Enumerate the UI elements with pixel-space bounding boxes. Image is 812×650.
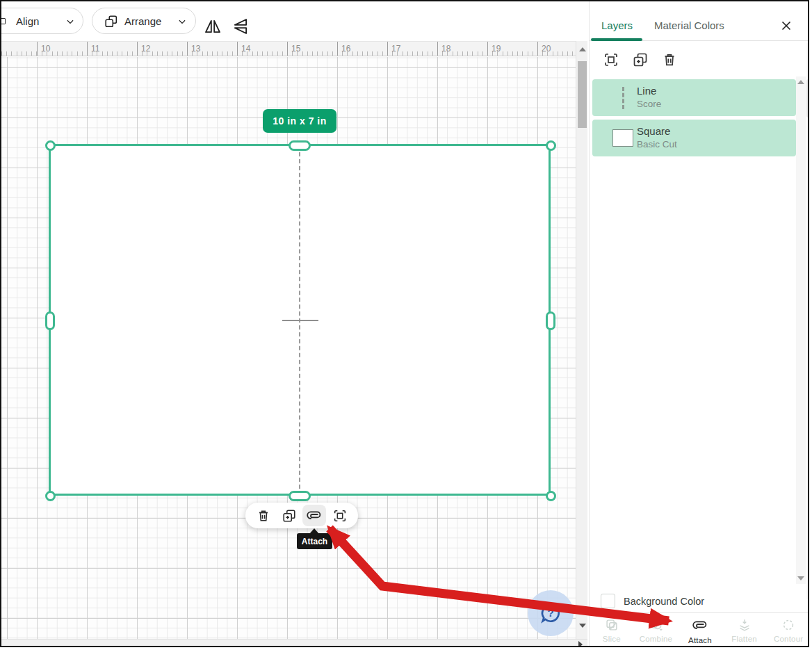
help-button[interactable]: ? (528, 590, 574, 636)
layer-list: Line Score Square Basic Cut (592, 79, 796, 160)
arrange-label: Arrange (124, 15, 161, 27)
slice-icon (604, 617, 619, 633)
contour-button: Contour (766, 613, 809, 647)
ruler-tick (137, 42, 138, 56)
combine-icon (648, 617, 663, 633)
delete-layer-button[interactable] (660, 50, 679, 70)
resize-handle-top-center[interactable] (289, 140, 311, 151)
square-thumbnail (612, 127, 634, 149)
window-scrollbar-thumb[interactable] (806, 79, 809, 117)
layer-row-square[interactable]: Square Basic Cut (592, 120, 796, 156)
layer-type: Score (637, 99, 661, 109)
tab-layers[interactable]: Layers (601, 19, 633, 31)
window-scrollbar[interactable] (806, 43, 809, 599)
align-dropdown[interactable]: Align (0, 8, 83, 34)
combine-button: Combine (634, 613, 679, 647)
flatten-icon (737, 617, 752, 633)
ruler-tick (387, 42, 388, 56)
scroll-up-icon[interactable] (797, 80, 804, 84)
scroll-right-icon[interactable] (578, 641, 583, 647)
resize-handle-bottom-right[interactable] (546, 491, 556, 501)
layer-actions-bar: Slice Combine Attach Flatten (590, 612, 809, 647)
tab-material-colors[interactable]: Material Colors (654, 19, 724, 31)
size-badge: 10 in x 7 in (263, 109, 336, 133)
layer-name: Line (637, 85, 656, 97)
duplicate-layer-button[interactable] (631, 50, 650, 70)
select-all-button[interactable] (328, 505, 352, 526)
chevron-down-icon (65, 17, 75, 26)
panel-tabs: Layers Material Colors (590, 1, 809, 41)
slice-label: Slice (603, 635, 621, 643)
scroll-down-icon[interactable] (579, 624, 586, 628)
ruler-number: 11 (91, 44, 99, 54)
ruler-tick (87, 42, 88, 56)
ruler-tick (287, 42, 288, 56)
canvas-vertical-scrollbar[interactable] (576, 41, 587, 639)
paperclip-icon (692, 617, 708, 634)
select-all-layers-button[interactable] (601, 50, 621, 70)
layers-panel: Layers Material Colors Line (589, 1, 809, 647)
scroll-down-icon[interactable] (797, 576, 804, 580)
duplicate-button[interactable] (277, 505, 301, 526)
attach-button[interactable] (302, 505, 326, 526)
attach-label: Attach (688, 636, 712, 644)
layer-type: Basic Cut (637, 139, 677, 149)
arrange-icon (104, 14, 119, 29)
ruler-tick (437, 42, 438, 56)
layer-name: Square (637, 125, 670, 137)
resize-handle-mid-right[interactable] (546, 311, 555, 330)
layer-row-line[interactable]: Line Score (592, 79, 796, 116)
active-tab-underline (591, 38, 642, 41)
resize-handle-top-left[interactable] (45, 140, 56, 151)
ruler-number: 13 (191, 44, 200, 54)
attach-action-button[interactable]: Attach (678, 613, 722, 647)
resize-handle-bottom-left[interactable] (45, 491, 56, 501)
slice-button: Slice (590, 613, 634, 647)
ruler-tick (337, 42, 338, 56)
flip-vertical-button[interactable] (229, 15, 252, 38)
resize-handle-mid-left[interactable] (45, 311, 55, 330)
design-app-window: 10 11 12 13 14 15 16 17 18 19 20 Align A… (0, 0, 809, 647)
combine-label: Combine (640, 635, 672, 643)
top-toolbar: Align Arrange (1, 1, 589, 41)
chevron-down-icon (177, 17, 187, 26)
ruler-number: 12 (141, 44, 150, 54)
resize-handle-bottom-center[interactable] (289, 491, 311, 501)
selection-context-toolbar (245, 503, 358, 528)
background-color-label: Background Color (624, 596, 704, 607)
ruler-tick (487, 42, 488, 56)
contour-label: Contour (774, 635, 803, 643)
ruler-tick (187, 42, 188, 56)
horizontal-ruler: 10 11 12 13 14 15 16 17 18 19 20 (1, 41, 587, 56)
question-bubble-icon: ? (538, 601, 563, 626)
contour-icon (781, 617, 796, 633)
ruler-number: 14 (241, 44, 250, 54)
score-line-thumbnail (612, 86, 634, 109)
flatten-button: Flatten (722, 613, 767, 647)
flip-horizontal-button[interactable] (202, 15, 224, 38)
center-crosshair (282, 320, 318, 321)
ruler-number: 18 (441, 44, 450, 54)
vertical-scrollbar-thumb[interactable] (578, 61, 587, 128)
flatten-label: Flatten (731, 635, 757, 643)
ruler-number: 15 (291, 44, 300, 54)
attach-tooltip: Attach (297, 533, 332, 549)
layer-tools (590, 44, 809, 75)
arrange-dropdown[interactable]: Arrange (92, 8, 196, 34)
ruler-number: 16 (341, 44, 350, 54)
ruler-tick (237, 42, 238, 56)
ruler-number: 20 (542, 44, 551, 54)
close-panel-button[interactable] (779, 18, 794, 33)
resize-handle-top-right[interactable] (546, 140, 556, 151)
background-color-row: Background Color (590, 590, 809, 612)
svg-text:?: ? (547, 607, 553, 619)
ruler-number: 17 (391, 44, 400, 54)
scroll-up-icon[interactable] (579, 47, 586, 51)
close-icon (779, 18, 794, 33)
align-icon (0, 18, 6, 24)
delete-button[interactable] (252, 505, 275, 526)
panel-scrollbar[interactable] (796, 76, 806, 584)
mat-edge-line (7, 57, 8, 639)
canvas-horizontal-scrollbar[interactable] (1, 639, 587, 647)
background-color-checkbox[interactable] (601, 594, 615, 608)
